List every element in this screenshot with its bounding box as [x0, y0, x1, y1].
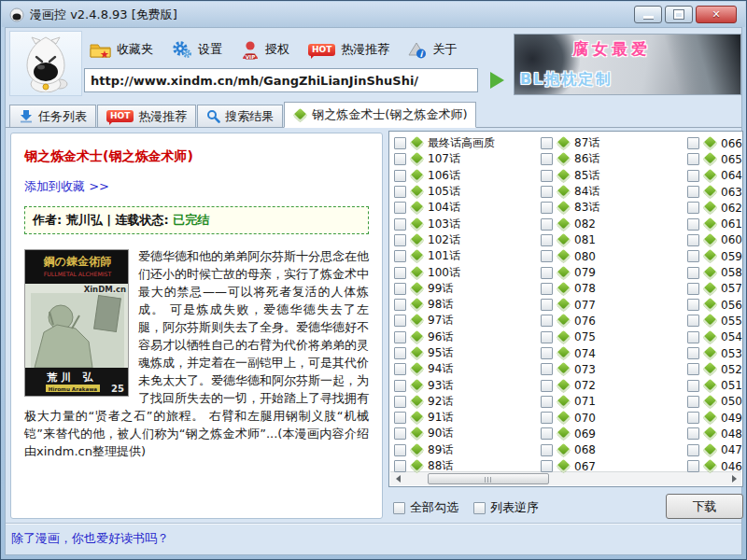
chapter-item[interactable]: 83话 — [541, 200, 599, 216]
chapter-item[interactable]: 072 — [541, 377, 599, 393]
chapter-checkbox[interactable] — [541, 250, 553, 262]
chapter-item[interactable]: 082 — [541, 216, 599, 231]
chapter-checkbox[interactable] — [541, 170, 553, 182]
chapter-checkbox[interactable] — [541, 444, 553, 456]
about-button[interactable]: i 关于 — [408, 40, 457, 59]
chapter-checkbox[interactable] — [394, 396, 406, 408]
chapter-item[interactable]: 046 — [687, 458, 742, 474]
tab-task-list[interactable]: 任务列表 — [9, 105, 96, 127]
chapter-item[interactable]: 069 — [541, 426, 599, 441]
chapter-item[interactable]: 055 — [687, 313, 742, 329]
chapter-checkbox[interactable] — [687, 331, 699, 343]
chapter-checkbox[interactable] — [394, 250, 406, 262]
chapter-item[interactable]: 065 — [687, 151, 742, 167]
chapter-checkbox[interactable] — [687, 186, 699, 198]
chapter-checkbox[interactable] — [687, 250, 699, 262]
chapter-item[interactable]: 053 — [687, 345, 742, 361]
chapter-item[interactable]: 88话 — [394, 458, 495, 474]
chapter-checkbox[interactable] — [541, 331, 553, 343]
chapter-checkbox[interactable] — [394, 427, 406, 440]
chapter-checkbox[interactable] — [394, 137, 406, 149]
chapter-checkbox[interactable] — [687, 267, 699, 279]
chapter-checkbox[interactable] — [687, 460, 699, 472]
chapter-checkbox[interactable] — [394, 315, 406, 327]
chapter-checkbox[interactable] — [541, 299, 553, 311]
chapter-item[interactable]: 102话 — [394, 232, 495, 248]
chapter-item[interactable]: 070 — [541, 410, 599, 426]
chapter-item[interactable]: 052 — [687, 361, 742, 377]
chapter-item[interactable]: 071 — [541, 394, 599, 410]
chapter-item[interactable]: 056 — [687, 297, 742, 313]
chapter-item[interactable]: 059 — [687, 248, 742, 264]
chapter-checkbox[interactable] — [394, 283, 406, 295]
ad-banner[interactable]: 腐女最爱 BL抱枕定制 — [514, 34, 741, 95]
chapter-checkbox[interactable] — [687, 427, 699, 440]
chapter-item[interactable]: 050 — [687, 394, 742, 410]
chapter-item[interactable]: 058 — [687, 264, 742, 280]
chapter-item[interactable]: 051 — [687, 377, 742, 393]
chapter-item[interactable]: 048 — [687, 426, 742, 441]
chapter-checkbox[interactable] — [687, 234, 699, 246]
chapter-checkbox[interactable] — [687, 202, 699, 214]
chapter-item[interactable]: 081 — [541, 232, 599, 248]
chapter-checkbox[interactable] — [541, 186, 553, 198]
chapter-item[interactable]: 047 — [687, 442, 742, 458]
chapter-item[interactable]: 066 — [687, 135, 742, 151]
chapter-item[interactable]: 103话 — [394, 216, 495, 231]
chapter-item[interactable]: 074 — [541, 345, 599, 361]
minimize-button[interactable] — [634, 6, 662, 23]
chapter-checkbox[interactable] — [541, 234, 553, 246]
chapter-checkbox[interactable] — [394, 202, 406, 214]
tab-search-results[interactable]: 搜索结果 — [197, 105, 283, 127]
chapter-checkbox[interactable] — [394, 412, 406, 424]
chapter-item[interactable]: 060 — [687, 232, 742, 248]
url-input[interactable] — [84, 68, 478, 92]
chapter-checkbox[interactable] — [394, 234, 406, 246]
chapter-checkbox[interactable] — [541, 283, 553, 295]
chapter-item[interactable]: 104话 — [394, 200, 495, 216]
chapter-checkbox[interactable] — [394, 331, 406, 343]
chapter-item[interactable]: 077 — [541, 297, 599, 313]
chapter-item[interactable]: 100话 — [394, 264, 495, 280]
chapter-checkbox[interactable] — [687, 363, 699, 375]
chapter-checkbox[interactable] — [394, 460, 406, 472]
chapter-item[interactable]: 93话 — [394, 377, 495, 393]
chapter-item[interactable]: 073 — [541, 361, 599, 377]
chapter-checkbox[interactable] — [541, 380, 553, 392]
reverse-list-checkbox-row[interactable]: 列表逆序 — [473, 499, 539, 516]
chapter-checkbox[interactable] — [687, 444, 699, 456]
chapter-item[interactable]: 105话 — [394, 184, 495, 200]
chapter-item[interactable]: 107话 — [394, 151, 495, 167]
chapter-checkbox[interactable] — [687, 137, 699, 149]
chapter-item[interactable]: 049 — [687, 410, 742, 426]
scrollbar-thumb[interactable] — [428, 473, 549, 484]
chapter-checkbox[interactable] — [394, 299, 406, 311]
chapter-item[interactable]: 061 — [687, 216, 742, 231]
chapter-item[interactable]: 064 — [687, 168, 742, 184]
add-to-favorites-link[interactable]: 添加到收藏 >> — [24, 178, 109, 195]
statusbar-link[interactable]: 除了漫画，你也爱好读书吗？ — [11, 530, 169, 547]
chapter-item[interactable]: 075 — [541, 329, 599, 345]
chapter-item[interactable]: 95话 — [394, 345, 495, 361]
maximize-button[interactable] — [665, 6, 693, 23]
chapter-checkbox[interactable] — [541, 460, 553, 472]
chapter-item[interactable]: 076 — [541, 313, 599, 329]
download-button[interactable]: 下载 — [666, 494, 743, 519]
chapter-checkbox[interactable] — [394, 380, 406, 392]
chapter-checkbox[interactable] — [394, 153, 406, 165]
chapter-item[interactable]: 97话 — [394, 313, 495, 329]
reverse-list-checkbox[interactable] — [473, 502, 486, 514]
favorites-button[interactable]: ★ 收藏夹 — [90, 41, 153, 59]
chapter-item[interactable]: 99话 — [394, 281, 495, 297]
chapter-item[interactable]: 91话 — [394, 410, 495, 426]
chapter-checkbox[interactable] — [687, 396, 699, 408]
chapter-checkbox[interactable] — [394, 444, 406, 456]
chapter-item[interactable]: 92话 — [394, 394, 495, 410]
chapter-item[interactable]: 079 — [541, 264, 599, 280]
chapter-item[interactable]: 078 — [541, 281, 599, 297]
chapter-item[interactable]: 87话 — [541, 135, 599, 151]
chapter-checkbox[interactable] — [541, 315, 553, 327]
chapter-checkbox[interactable] — [541, 427, 553, 440]
chapter-checkbox[interactable] — [687, 283, 699, 295]
chapter-item[interactable]: 96话 — [394, 329, 495, 345]
